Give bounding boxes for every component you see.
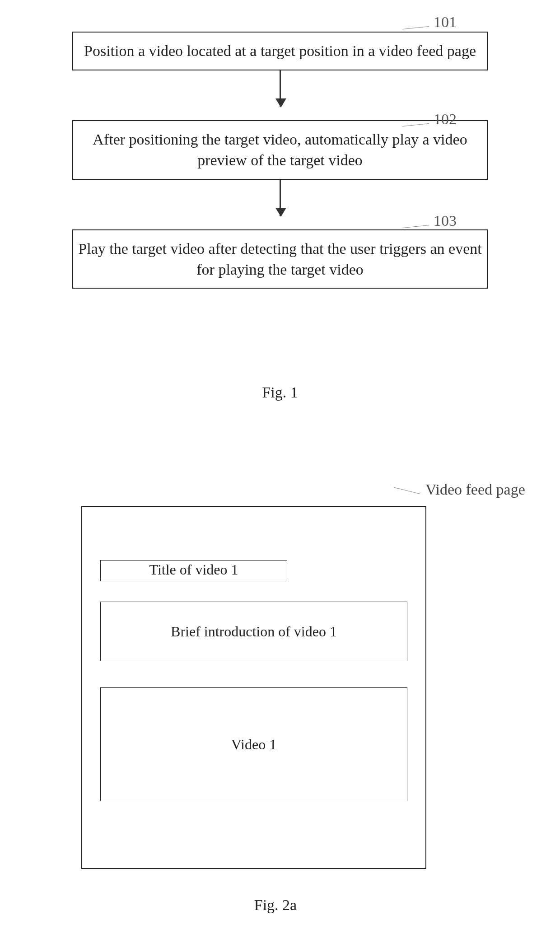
step-102-number: 102: [434, 111, 457, 127]
step-103-label: 103: [402, 212, 457, 229]
step-101-box: Position a video located at a target pos…: [72, 32, 488, 70]
video-feed-page-label-text: Video feed page: [425, 481, 525, 498]
step-103-text: Play the target video after detecting th…: [78, 240, 481, 278]
video-title-box: Title of video 1: [100, 560, 287, 581]
figure-2a: Title of video 1 Brief introduction of v…: [81, 506, 479, 869]
step-103-box: Play the target video after detecting th…: [72, 229, 488, 289]
video-intro-box: Brief introduction of video 1: [100, 602, 407, 661]
figure-1-caption: Fig. 1: [235, 384, 325, 401]
figure-1-flowchart: 101 Position a video located at a target…: [45, 32, 515, 289]
video-intro-text: Brief introduction of video 1: [171, 623, 337, 640]
page: 101 Position a video located at a target…: [0, 0, 560, 939]
figure-2a-caption: Fig. 2a: [230, 897, 321, 914]
video-box-text: Video 1: [231, 736, 276, 753]
step-102-box: After positioning the target video, auto…: [72, 120, 488, 180]
step-101-number: 101: [434, 14, 457, 30]
step-102-label: 102: [402, 111, 457, 128]
video-title-text: Title of video 1: [149, 561, 238, 578]
step-101-text: Position a video located at a target pos…: [84, 42, 476, 59]
step-102-text: After positioning the target video, auto…: [93, 131, 467, 168]
video-box: Video 1: [100, 687, 407, 801]
video-feed-page-frame: Title of video 1 Brief introduction of v…: [81, 506, 426, 869]
video-feed-page-label: Video feed page: [393, 481, 525, 498]
step-103-number: 103: [434, 212, 457, 229]
step-101-label: 101: [402, 14, 457, 31]
